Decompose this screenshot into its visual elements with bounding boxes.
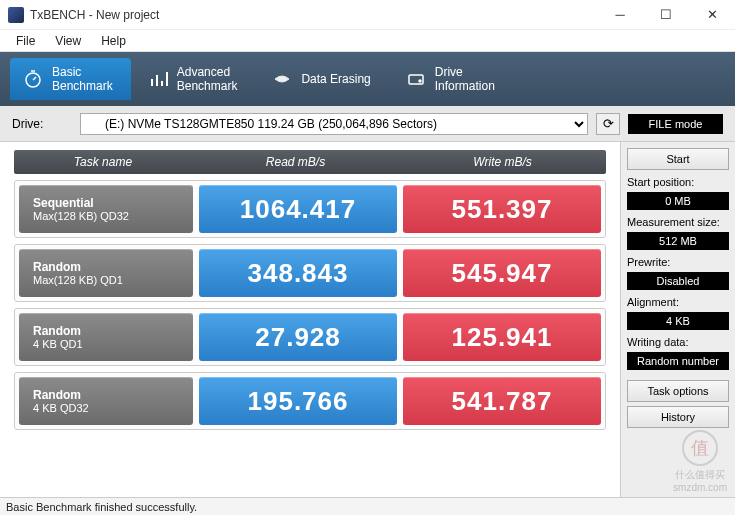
task-random-4k-qd1[interactable]: Random4 KB QD1 [19, 313, 193, 361]
drive-label: Drive: [12, 117, 72, 131]
benchmark-results: Task name Read mB/s Write mB/s Sequentia… [0, 142, 620, 497]
label-prewrite: Prewrite: [627, 256, 729, 268]
table-row: SequentialMax(128 KB) QD32 1064.417 551.… [14, 180, 606, 238]
read-value: 1064.417 [199, 185, 397, 233]
label-measurement-size: Measurement size: [627, 216, 729, 228]
barchart-icon [147, 68, 169, 90]
task-options-button[interactable]: Task options [627, 380, 729, 402]
label-writing-data: Writing data: [627, 336, 729, 348]
write-value: 541.787 [403, 377, 601, 425]
stopwatch-icon [22, 68, 44, 90]
app-icon [8, 7, 24, 23]
menu-file[interactable]: File [6, 32, 45, 50]
label-alignment: Alignment: [627, 296, 729, 308]
menu-help[interactable]: Help [91, 32, 136, 50]
write-value: 125.941 [403, 313, 601, 361]
value-alignment[interactable]: 4 KB [627, 312, 729, 330]
value-measurement-size[interactable]: 512 MB [627, 232, 729, 250]
drive-bar: Drive: (E:) NVMe TS128GMTE850 119.24 GB … [0, 106, 735, 142]
task-random-4k-qd32[interactable]: Random4 KB QD32 [19, 377, 193, 425]
col-task: Task name [14, 150, 192, 174]
value-start-position[interactable]: 0 MB [627, 192, 729, 210]
read-value: 348.843 [199, 249, 397, 297]
svg-line-1 [33, 77, 36, 80]
task-random-128-qd1[interactable]: RandomMax(128 KB) QD1 [19, 249, 193, 297]
read-value: 27.928 [199, 313, 397, 361]
svg-point-8 [419, 80, 421, 82]
titlebar: TxBENCH - New project ─ ☐ ✕ [0, 0, 735, 30]
erase-icon [271, 68, 293, 90]
watermark: 什么值得买 smzdm.com [673, 430, 727, 493]
tab-drive-info[interactable]: DriveInformation [393, 58, 513, 100]
file-mode-indicator[interactable]: FILE mode [628, 114, 723, 134]
value-prewrite[interactable]: Disabled [627, 272, 729, 290]
menubar: File View Help [0, 30, 735, 52]
tab-data-erasing[interactable]: Data Erasing [259, 58, 388, 100]
window-title: TxBENCH - New project [30, 8, 597, 22]
status-bar: Basic Benchmark finished successfully. [0, 497, 735, 515]
menu-view[interactable]: View [45, 32, 91, 50]
table-row: RandomMax(128 KB) QD1 348.843 545.947 [14, 244, 606, 302]
tab-basic-benchmark[interactable]: BasicBenchmark [10, 58, 131, 100]
write-value: 545.947 [403, 249, 601, 297]
drive-select[interactable]: (E:) NVMe TS128GMTE850 119.24 GB (250,06… [80, 113, 588, 135]
tab-advanced-benchmark[interactable]: AdvancedBenchmark [135, 58, 256, 100]
drive-icon [405, 68, 427, 90]
maximize-button[interactable]: ☐ [643, 0, 689, 30]
read-value: 195.766 [199, 377, 397, 425]
table-row: Random4 KB QD1 27.928 125.941 [14, 308, 606, 366]
col-read: Read mB/s [192, 150, 399, 174]
value-writing-data[interactable]: Random number [627, 352, 729, 370]
label-start-position: Start position: [627, 176, 729, 188]
history-button[interactable]: History [627, 406, 729, 428]
main-tabs: BasicBenchmark AdvancedBenchmark Data Er… [0, 52, 735, 106]
start-button[interactable]: Start [627, 148, 729, 170]
task-sequential-qd32[interactable]: SequentialMax(128 KB) QD32 [19, 185, 193, 233]
write-value: 551.397 [403, 185, 601, 233]
table-row: Random4 KB QD32 195.766 541.787 [14, 372, 606, 430]
minimize-button[interactable]: ─ [597, 0, 643, 30]
reload-button[interactable]: ⟳ [596, 113, 620, 135]
close-button[interactable]: ✕ [689, 0, 735, 30]
results-header: Task name Read mB/s Write mB/s [14, 150, 606, 174]
col-write: Write mB/s [399, 150, 606, 174]
